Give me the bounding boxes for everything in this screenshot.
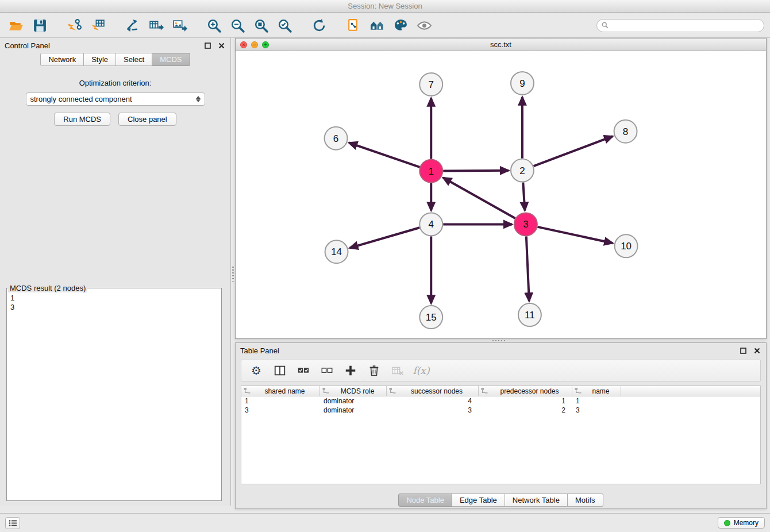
edge-1-to-2[interactable] xyxy=(443,171,509,171)
split-panel-icon[interactable] xyxy=(272,363,288,379)
node-1[interactable]: 1 xyxy=(419,160,442,183)
tab-node-table[interactable]: Node Table xyxy=(398,494,452,507)
window-titlebar[interactable]: Session: New Session xyxy=(0,0,770,13)
traffic-light-buttons xyxy=(240,41,269,48)
tab-style[interactable]: Style xyxy=(84,53,116,66)
unselect-all-checkbox-icon[interactable] xyxy=(319,363,335,379)
edge-3-to-10[interactable] xyxy=(537,227,613,243)
node-7[interactable]: 7 xyxy=(419,73,442,96)
minimize-window-icon[interactable] xyxy=(251,41,258,48)
node-label-11: 11 xyxy=(525,310,535,321)
column-header-successor-nodes[interactable]: successor nodes xyxy=(387,386,479,396)
node-14[interactable]: 14 xyxy=(325,240,348,263)
table-row[interactable]: 1dominator411 xyxy=(241,396,760,406)
edge-3-to-11[interactable] xyxy=(526,236,529,301)
open-folder-icon[interactable] xyxy=(6,16,26,35)
import-network-icon[interactable] xyxy=(64,16,84,35)
zoom-in-icon[interactable] xyxy=(203,16,224,35)
node-10[interactable]: 10 xyxy=(615,234,638,257)
edge-2-to-8[interactable] xyxy=(534,136,613,166)
add-column-icon[interactable] xyxy=(342,363,359,379)
tab-motifs[interactable]: Motifs xyxy=(568,494,603,507)
vertical-splitter[interactable] xyxy=(231,38,235,506)
close-panel-button[interactable]: Close panel xyxy=(118,113,176,126)
table-panel: Table Panel ⚙f(x) shared nameMCDS rolesu… xyxy=(235,342,767,509)
cell-successor-nodes: 3 xyxy=(387,406,479,415)
node-2[interactable]: 2 xyxy=(511,159,534,182)
network-window-titlebar[interactable]: scc.txt xyxy=(236,38,766,51)
tab-select[interactable]: Select xyxy=(116,53,152,66)
column-label: name xyxy=(582,387,619,395)
table-row[interactable]: 3dominator323 xyxy=(241,406,760,415)
zoom-fit-icon[interactable] xyxy=(251,16,271,35)
column-tree-icon xyxy=(389,388,396,395)
mcds-result-list: 13 xyxy=(7,294,221,312)
function-builder-icon: f(x) xyxy=(413,363,429,379)
column-header-name[interactable]: name xyxy=(572,386,621,396)
close-window-icon[interactable] xyxy=(240,41,247,48)
tab-network-table[interactable]: Network Table xyxy=(505,494,568,507)
float-table-panel-icon[interactable] xyxy=(738,346,748,355)
edge-4-to-14[interactable] xyxy=(350,228,420,248)
column-tree-icon xyxy=(575,388,582,395)
cell-mcds-role: dominator xyxy=(320,406,387,415)
memory-label: Memory xyxy=(734,519,759,527)
maximize-window-icon[interactable] xyxy=(262,41,269,48)
toolbar-separator xyxy=(332,17,340,34)
edge-1-to-6[interactable] xyxy=(349,142,419,167)
tab-network[interactable]: Network xyxy=(40,53,84,66)
node-15[interactable]: 15 xyxy=(419,306,442,329)
close-table-panel-icon[interactable] xyxy=(752,346,761,355)
node-6[interactable]: 6 xyxy=(325,127,348,150)
run-mcds-button[interactable]: Run MCDS xyxy=(54,113,110,126)
column-header-shared-name[interactable]: shared name xyxy=(241,386,320,396)
control-panel-tabs: NetworkStyleSelectMCDS xyxy=(0,53,230,66)
network-canvas[interactable]: 7968124314101511 xyxy=(236,52,766,338)
zoom-selected-icon[interactable] xyxy=(274,16,295,35)
save-floppy-icon[interactable] xyxy=(29,16,50,35)
memory-button[interactable]: Memory xyxy=(718,517,765,529)
node-9[interactable]: 9 xyxy=(511,72,534,95)
select-stepper-icon xyxy=(196,96,201,102)
toolbar-separator xyxy=(298,17,306,34)
zoom-out-icon[interactable] xyxy=(227,16,248,35)
import-table-icon[interactable] xyxy=(87,16,108,35)
table-header-row: shared nameMCDS rolesuccessor nodesprede… xyxy=(241,386,760,396)
refresh-icon[interactable] xyxy=(309,16,329,35)
trash-icon[interactable] xyxy=(366,363,382,379)
column-tree-icon xyxy=(244,388,251,395)
tab-mcds[interactable]: MCDS xyxy=(152,53,190,66)
task-history-icon[interactable] xyxy=(5,517,20,529)
document-share-icon[interactable] xyxy=(343,16,364,35)
mcds-result-title: MCDS result (2 nodes) xyxy=(8,284,87,292)
column-header-predecessor-nodes[interactable]: predecessor nodes xyxy=(479,386,572,396)
search-input[interactable] xyxy=(611,21,759,30)
column-tree-icon xyxy=(481,388,488,395)
cell-shared-name: 3 xyxy=(241,406,320,415)
node-label-14: 14 xyxy=(331,246,342,257)
export-table-icon[interactable] xyxy=(145,16,166,35)
select-all-checkbox-icon[interactable] xyxy=(295,363,311,379)
node-label-7: 7 xyxy=(429,79,434,90)
table-body: 1dominator4113dominator323 xyxy=(241,396,760,415)
node-11[interactable]: 11 xyxy=(518,303,541,326)
column-tree-icon xyxy=(322,388,330,395)
float-panel-icon[interactable] xyxy=(203,41,212,50)
node-4[interactable]: 4 xyxy=(419,213,442,236)
export-image-icon[interactable] xyxy=(169,16,190,35)
main-toolbar xyxy=(0,13,770,38)
edge-3-to-1[interactable] xyxy=(443,178,515,218)
node-3[interactable]: 3 xyxy=(514,213,537,236)
gear-icon[interactable]: ⚙ xyxy=(248,363,264,379)
close-panel-icon[interactable] xyxy=(217,41,226,50)
node-8[interactable]: 8 xyxy=(614,120,637,143)
column-label: shared name xyxy=(251,387,318,395)
double-house-icon[interactable] xyxy=(367,16,387,35)
edge-2-to-3[interactable] xyxy=(523,183,525,211)
tab-edge-table[interactable]: Edge Table xyxy=(452,494,505,507)
eye-icon[interactable] xyxy=(414,16,434,35)
network-arrows-icon[interactable] xyxy=(122,16,143,35)
optimization-select[interactable]: strongly connected component xyxy=(26,92,205,106)
palette-icon[interactable] xyxy=(390,16,411,35)
column-header-mcds-role[interactable]: MCDS role xyxy=(320,386,387,396)
